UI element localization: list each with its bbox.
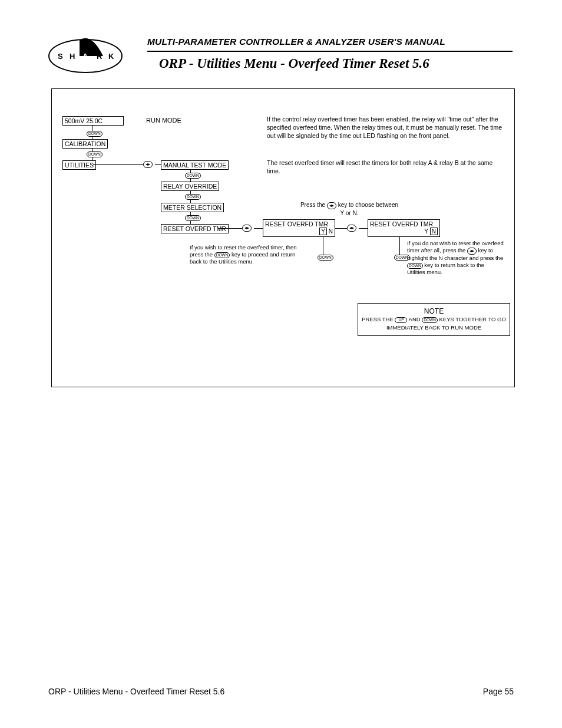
reset-yn-y-box: RESET OVERFD TMR Y N	[263, 219, 335, 237]
leftright-key-icon: ◂▸	[242, 225, 252, 232]
manual-title: MULTI-PARAMETER CONTROLLER & ANALYZER US…	[147, 37, 445, 47]
relay-override-box: RELAY OVERRIDE	[161, 182, 219, 191]
connector	[399, 237, 400, 255]
leftright-key-icon: ◂▸	[467, 248, 477, 255]
svg-text:S: S	[58, 52, 63, 61]
down-key-icon: DOWN	[185, 173, 201, 179]
manual-test-box: MANUAL TEST MODE	[161, 160, 229, 170]
connector	[155, 164, 161, 165]
down-key-icon: DOWN	[185, 215, 201, 221]
leftright-key-icon: ◂▸	[347, 225, 356, 232]
header-rule	[147, 51, 513, 52]
connector	[254, 228, 263, 229]
down-key-icon: DOWN	[214, 252, 230, 258]
utilities-box: UTILITIES	[62, 160, 96, 170]
down-key-icon: DOWN	[87, 151, 103, 157]
reset-yn-n-box: RESET OVERFD TMR Y N	[368, 219, 440, 237]
yes-text: If you wish to reset the overfeed timer,…	[190, 244, 308, 265]
connector	[323, 237, 323, 255]
desc-para-1: If the control relay overfeed timer has …	[267, 115, 503, 140]
reset-overfd-box: RESET OVERFD TMR	[161, 224, 229, 233]
down-key-icon: DOWN	[318, 255, 333, 261]
svg-text:K: K	[108, 52, 114, 61]
reset-yn-title: RESET OVERFD TMR	[370, 220, 433, 228]
down-key-icon: DOWN	[407, 263, 423, 269]
footer-section-title: ORP - Utilities Menu - Overfeed Timer Re…	[48, 687, 224, 696]
txt: Press the	[300, 202, 325, 208]
n-selected: N	[430, 228, 438, 235]
connector	[92, 125, 92, 131]
calibration-box: CALIBRATION	[62, 139, 108, 149]
section-title: ORP - Utilities Menu - Overfeed Timer Re…	[159, 56, 429, 71]
down-key-icon: DOWN	[87, 131, 103, 137]
meter-selection-box: METER SELECTION	[161, 203, 224, 212]
run-mode-label: RUN MODE	[146, 117, 181, 124]
shark-logo-icon: S H A R K	[47, 29, 124, 74]
txt: AND	[409, 316, 421, 322]
connector	[359, 228, 368, 229]
choose-text: Press the ◂▸ key to choose between Y or …	[299, 201, 399, 218]
connector	[219, 228, 242, 229]
svg-text:A: A	[82, 52, 88, 61]
note-title: NOTE	[362, 307, 506, 315]
leftright-key-icon: ◂▸	[327, 202, 336, 209]
y-option: Y	[424, 228, 428, 235]
txt: key to choose between Y or N.	[338, 202, 398, 216]
note-box: NOTE PRESS THE UP AND DOWN KEYS TOGETHER…	[358, 303, 510, 336]
svg-text:R: R	[97, 52, 103, 61]
desc-para-2: The reset overfeed timer will reset the …	[267, 159, 503, 175]
txt: PRESS THE	[362, 316, 394, 322]
leftright-key-icon: ◂▸	[143, 161, 153, 168]
down-key-icon: DOWN	[422, 317, 438, 323]
connector	[93, 164, 143, 165]
up-key-icon: UP	[395, 317, 407, 323]
diagram-frame: 500mV 25.0C RUN MODE DOWN CALIBRATION DO…	[51, 88, 515, 387]
footer-page-number: Page 55	[483, 687, 514, 696]
svg-text:H: H	[70, 52, 75, 61]
page: S H A R K MULTI-PARAMETER CONTROLLER & A…	[0, 0, 562, 728]
no-text: If you do not wish to reset the overfeed…	[407, 240, 504, 276]
connector	[335, 228, 347, 229]
y-selected: Y	[319, 228, 327, 235]
n-option: N	[329, 228, 333, 235]
reset-yn-title: RESET OVERFD TMR	[265, 220, 328, 228]
down-key-icon: DOWN	[185, 194, 201, 200]
display-box: 500mV 25.0C	[62, 116, 124, 126]
